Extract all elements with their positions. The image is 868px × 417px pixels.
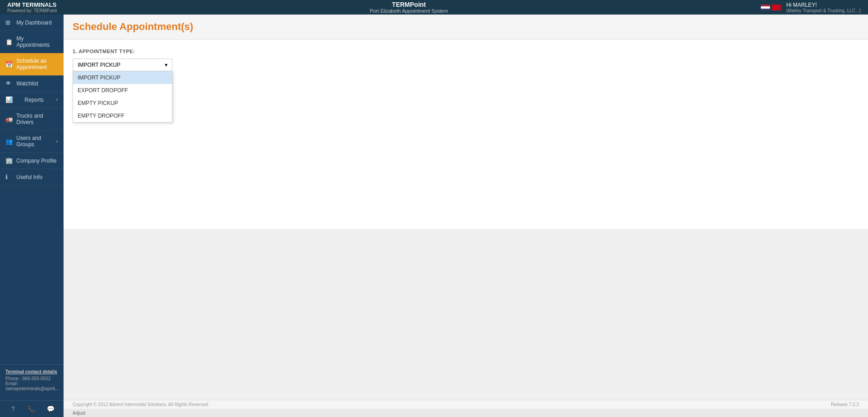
adjust-bar: Adjust [64, 409, 868, 417]
expand-icon: + [55, 97, 58, 102]
sidebar-item-label: Schedule an Appointment [16, 58, 58, 70]
email-label: Email : [5, 381, 20, 386]
sidebar-item-label: Users and Groups [16, 135, 52, 148]
phone-button[interactable]: 📞 [24, 403, 39, 414]
appointments-icon: 📋 [5, 39, 13, 45]
email-info: Email : namapeterminals@apmt... [5, 381, 58, 391]
page-title: Schedule Appointment(s) [73, 21, 859, 33]
header-right: Hi MARLEY! (Marley Transport & Trucking,… [761, 2, 861, 13]
trucks-icon: 🚛 [5, 116, 13, 123]
sidebar-item-reports[interactable]: 📊 Reports + [0, 92, 64, 108]
dropdown-option-export-dropoff[interactable]: EXPORT DROPOFF [73, 84, 172, 97]
copyright-text: Copyright © 2012 Advent Intermodal Solut… [73, 402, 209, 407]
sidebar-footer: Terminal contact details Phone : 866-555… [0, 364, 64, 396]
dropdown-option-import-pickup[interactable]: IMPORT PICKUP [73, 71, 172, 84]
watchlist-icon: 👁 [5, 80, 13, 87]
bottom-bar: Copyright © 2012 Advent Intermodal Solut… [64, 400, 868, 409]
schedule-icon: 📅 [5, 61, 13, 68]
page-header: Schedule Appointment(s) [64, 15, 868, 40]
sidebar-item-trucks[interactable]: 🚛 Trucks and Drivers [0, 108, 64, 130]
dropdown-option-empty-dropoff[interactable]: EMPTY DROPOFF [73, 109, 172, 122]
dropdown-option-empty-pickup[interactable]: EMPTY PICKUP [73, 97, 172, 109]
main-layout: ⊞ My Dashboard 📋 My Appointments 📅 Sched… [0, 15, 868, 417]
dropdown-trigger[interactable]: IMPORT PICKUP ▾ [73, 59, 173, 71]
email-value: namapeterminals@apmt... [5, 386, 59, 391]
sidebar-item-label: Trucks and Drivers [16, 113, 58, 125]
adjust-label: Adjust [73, 411, 85, 416]
sidebar-footer-actions: ? 📞 💬 [0, 400, 64, 417]
flag-us-icon[interactable] [761, 5, 770, 10]
user-greeting[interactable]: Hi MARLEY! [786, 2, 861, 8]
contact-title-link[interactable]: Terminal contact details [5, 369, 58, 374]
header-center: TERMPoint Port Elizabeth Appointment Sys… [370, 1, 448, 14]
sidebar-item-useful[interactable]: ℹ Useful Info [0, 169, 64, 185]
dropdown-selected-value: IMPORT PICKUP [78, 62, 120, 68]
language-flags[interactable] [761, 5, 781, 10]
page-content: 1. APPOINTMENT TYPE: IMPORT PICKUP ▾ IMP… [64, 40, 868, 229]
expand-icon: + [55, 139, 58, 144]
system-subtitle: Port Elizabeth Appointment System [370, 8, 448, 14]
dropdown-chevron-icon: ▾ [165, 62, 168, 68]
system-name: TERMPoint [370, 1, 448, 8]
sidebar-item-users[interactable]: 👥 Users and Groups + [0, 130, 64, 153]
company-icon: 🏢 [5, 157, 13, 164]
sidebar-item-appointments[interactable]: 📋 My Appointments [0, 31, 64, 53]
top-header: APM TERMINALS Powered by: TERMPoint TERM… [0, 0, 868, 15]
sidebar-item-company[interactable]: 🏢 Company Profile [0, 153, 64, 169]
release-text: Release 7.2.2 [831, 402, 859, 407]
content-area: Schedule Appointment(s) 1. APPOINTMENT T… [64, 15, 868, 417]
users-icon: 👥 [5, 138, 13, 145]
sidebar-item-label: Watchlist [16, 80, 38, 87]
sidebar-item-label: Useful Info [16, 174, 42, 180]
sidebar-item-dashboard[interactable]: ⊞ My Dashboard [0, 15, 64, 31]
logo-tagline: Powered by: TERMPoint [7, 8, 57, 13]
useful-icon: ℹ [5, 174, 13, 180]
appointment-type-dropdown[interactable]: IMPORT PICKUP ▾ IMPORT PICKUPEXPORT DROP… [73, 59, 173, 71]
sidebar-item-label: My Appointments [16, 35, 58, 48]
user-company: (Marley Transport & Trucking, LLC...) [786, 8, 861, 13]
logo-text: APM TERMINALS [7, 1, 57, 8]
phone-label: Phone : [5, 376, 21, 381]
logo-area: APM TERMINALS Powered by: TERMPoint [7, 1, 57, 13]
nav-items-container: ⊞ My Dashboard 📋 My Appointments 📅 Sched… [0, 15, 64, 185]
flag-es-icon[interactable] [772, 5, 781, 10]
phone-value: 866-555-5552 [22, 376, 50, 381]
sidebar: ⊞ My Dashboard 📋 My Appointments 📅 Sched… [0, 15, 64, 417]
reports-icon: 📊 [5, 96, 13, 103]
sidebar-item-label: Reports [25, 97, 44, 103]
dashboard-icon: ⊞ [5, 19, 13, 26]
section-label: 1. APPOINTMENT TYPE: [73, 49, 859, 54]
user-info-area: Hi MARLEY! (Marley Transport & Trucking,… [786, 2, 861, 13]
dropdown-menu: IMPORT PICKUPEXPORT DROPOFFEMPTY PICKUPE… [73, 71, 173, 123]
sidebar-item-label: Company Profile [16, 158, 57, 164]
chat-button[interactable]: 💬 [43, 403, 58, 414]
phone-info: Phone : 866-555-5552 [5, 376, 58, 381]
sidebar-item-schedule[interactable]: 📅 Schedule an Appointment [0, 53, 64, 75]
sidebar-item-label: My Dashboard [16, 20, 52, 26]
help-button[interactable]: ? [5, 403, 20, 414]
sidebar-item-watchlist[interactable]: 👁 Watchlist [0, 75, 64, 92]
